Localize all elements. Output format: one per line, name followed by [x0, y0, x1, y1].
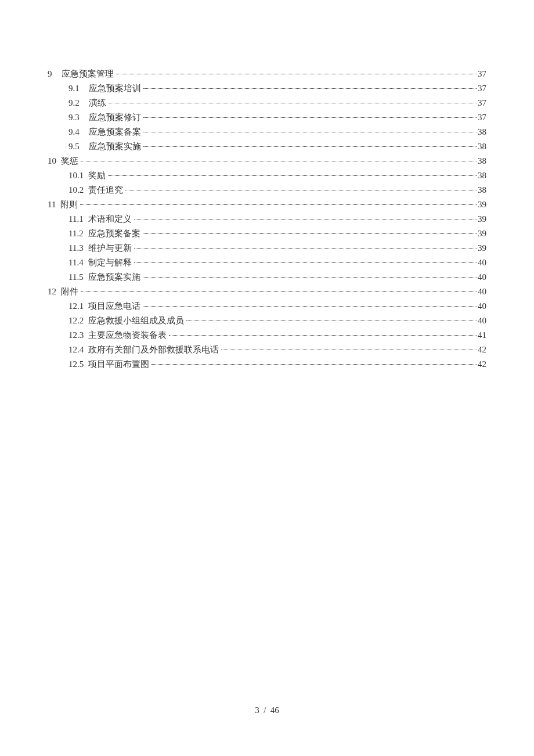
toc-page-number: 38 [478, 186, 486, 195]
toc-title: 维护与更新 [88, 244, 132, 253]
toc-entry[interactable]: 11.2应急预案备案39 [68, 229, 486, 238]
toc-page-number: 40 [478, 302, 486, 311]
toc-entry[interactable]: 12.4政府有关部门及外部救援联系电话42 [68, 345, 486, 354]
toc-entry[interactable]: 12.1项目应急电话40 [68, 302, 486, 311]
toc-leader-dots [221, 350, 477, 350]
toc-number: 11.5 [68, 273, 84, 282]
toc-title: 应急预案修订 [89, 113, 141, 122]
toc-leader-dots [143, 146, 477, 147]
toc-page-number: 40 [478, 287, 486, 296]
toc-title: 演练 [89, 99, 106, 107]
toc-number: 9 [48, 70, 52, 78]
toc-leader-dots [143, 306, 477, 307]
toc-entry[interactable]: 12.2应急救援小组组成及成员40 [68, 316, 486, 325]
toc-title: 项目平面布置图 [88, 360, 149, 369]
toc-page-number: 38 [478, 171, 486, 180]
toc-leader-dots [143, 132, 477, 132]
toc-entry[interactable]: 11.1术语和定义39 [68, 215, 486, 224]
toc-leader-dots [169, 335, 477, 336]
toc-page-number: 40 [478, 258, 486, 267]
toc-leader-dots [134, 262, 477, 263]
toc-page-number: 38 [478, 157, 486, 165]
toc-entry[interactable]: 9.1应急预案培训37 [68, 84, 486, 93]
toc-number: 11.4 [68, 258, 84, 267]
toc-page-number: 42 [478, 345, 486, 354]
toc-title: 附则 [60, 200, 78, 209]
page-current: 3 [255, 705, 259, 715]
toc-page-number: 38 [478, 142, 486, 151]
toc-entry[interactable]: 11.3维护与更新39 [68, 244, 486, 253]
toc-leader-dots [134, 248, 477, 249]
toc-entry[interactable]: 9.2演练37 [68, 99, 486, 107]
toc-number: 9.2 [68, 99, 80, 107]
toc-title: 制定与解释 [88, 258, 132, 267]
toc-number: 9.5 [68, 142, 80, 151]
toc-entry[interactable]: 10奖惩38 [48, 157, 486, 165]
toc-entry[interactable]: 9.5应急预案实施38 [68, 142, 486, 151]
toc-leader-dots [186, 321, 477, 321]
toc-page-number: 37 [478, 113, 486, 122]
toc-entry[interactable]: 10.2责任追究38 [68, 186, 486, 195]
toc-title: 奖惩 [61, 157, 78, 165]
toc-title: 应急预案备案 [88, 229, 140, 238]
toc-title: 应急预案实施 [89, 142, 141, 151]
toc-page-number: 39 [478, 229, 486, 238]
toc-number: 12.3 [68, 331, 84, 340]
toc-leader-dots [143, 277, 477, 278]
toc-page-number: 41 [478, 331, 486, 340]
toc-leader-dots [108, 175, 477, 176]
toc-number: 12.1 [68, 302, 84, 311]
toc-number: 11.1 [68, 215, 84, 224]
toc-entry[interactable]: 9.4应急预案备案38 [68, 128, 486, 136]
toc-number: 11.2 [68, 229, 84, 238]
toc-page-number: 37 [478, 70, 486, 78]
toc-entry[interactable]: 12.3主要应急物资装备表41 [68, 331, 486, 340]
toc-number: 11 [48, 200, 56, 209]
toc-number: 12.4 [68, 345, 84, 354]
toc-entry[interactable]: 9应急预案管理37 [48, 70, 486, 78]
page-total: 46 [270, 705, 279, 715]
toc-title: 项目应急电话 [88, 302, 140, 311]
toc-title: 附件 [61, 287, 78, 296]
toc-entry[interactable]: 12.5项目平面布置图42 [68, 360, 486, 369]
toc-leader-dots [81, 161, 477, 161]
toc-number: 12.5 [68, 360, 84, 369]
toc-leader-dots [134, 219, 477, 219]
toc-number: 9.1 [68, 84, 80, 93]
toc-title: 术语和定义 [88, 215, 132, 224]
toc-page-number: 40 [478, 273, 486, 282]
toc-title: 责任追究 [88, 186, 123, 195]
toc-title: 主要应急物资装备表 [88, 331, 167, 340]
toc-leader-dots [143, 117, 477, 118]
toc-title: 应急救援小组组成及成员 [88, 316, 184, 325]
page: 9应急预案管理379.1应急预案培训379.2演练379.3应急预案修订379.… [0, 0, 534, 756]
toc-entry[interactable]: 10.1奖励38 [68, 171, 486, 180]
toc-title: 应急预案备案 [89, 128, 141, 136]
toc-leader-dots [116, 74, 477, 74]
toc-number: 12 [48, 287, 56, 296]
toc-page-number: 38 [478, 128, 486, 136]
toc-page-number: 39 [478, 215, 486, 224]
toc-title: 政府有关部门及外部救援联系电话 [88, 345, 219, 354]
toc-entry[interactable]: 11附则39 [48, 200, 486, 209]
toc-leader-dots [80, 204, 477, 205]
toc-number: 9.4 [68, 128, 80, 136]
toc-page-number: 42 [478, 360, 486, 369]
toc-page-number: 37 [478, 84, 486, 93]
toc-leader-dots [143, 88, 477, 89]
toc-entry[interactable]: 9.3应急预案修订37 [68, 113, 486, 122]
table-of-contents: 9应急预案管理379.1应急预案培训379.2演练379.3应急预案修订379.… [48, 70, 486, 369]
toc-leader-dots [109, 103, 477, 103]
toc-number: 9.3 [68, 113, 80, 122]
toc-page-number: 37 [478, 99, 486, 107]
toc-number: 10 [48, 157, 56, 165]
toc-number: 10.2 [68, 186, 84, 195]
toc-entry[interactable]: 11.5应急预案实施40 [68, 273, 486, 282]
toc-entry[interactable]: 11.4制定与解释40 [68, 258, 486, 267]
toc-page-number: 40 [478, 316, 486, 325]
toc-number: 10.1 [68, 171, 84, 180]
page-footer: 3 / 46 [0, 705, 534, 715]
toc-title: 应急预案管理 [62, 70, 114, 78]
toc-entry[interactable]: 12附件40 [48, 287, 486, 296]
toc-number: 11.3 [68, 244, 84, 253]
